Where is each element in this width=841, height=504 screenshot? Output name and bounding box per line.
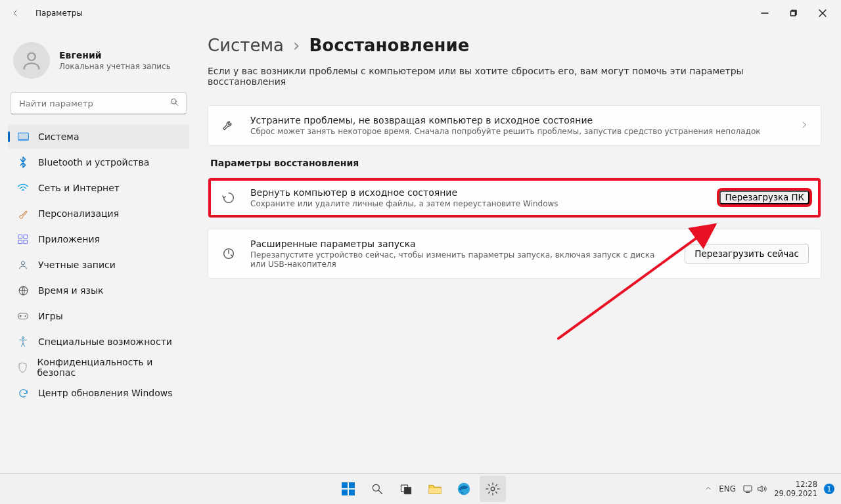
svg-point-21 bbox=[373, 484, 379, 491]
svg-rect-28 bbox=[744, 486, 752, 491]
svg-point-27 bbox=[491, 487, 495, 491]
search-input[interactable] bbox=[18, 98, 170, 109]
profile-name: Евгений bbox=[59, 50, 171, 60]
profile-subtitle: Локальная учетная запись bbox=[59, 62, 171, 71]
sidebar-item-label: Персонализация bbox=[38, 208, 119, 219]
maximize-button[interactable] bbox=[779, 2, 808, 24]
gamepad-icon bbox=[17, 310, 29, 322]
card-advanced-startup: Расширенные параметры запуска Перезапуст… bbox=[208, 229, 821, 279]
sidebar-item-label: Приложения bbox=[38, 234, 100, 244]
card-reset-title: Вернуть компьютер в исходное состояние bbox=[250, 187, 709, 198]
sidebar-item-accounts[interactable]: Учетные записи bbox=[8, 252, 189, 277]
sidebar-item-label: Время и язык bbox=[38, 285, 103, 296]
window-title: Параметры bbox=[35, 9, 83, 18]
search-box[interactable] bbox=[11, 92, 187, 114]
sidebar-item-label: Система bbox=[38, 131, 79, 142]
sidebar-item-accessibility[interactable]: Специальные возможности bbox=[8, 329, 189, 354]
system-icon bbox=[17, 131, 29, 143]
search-icon bbox=[170, 97, 179, 110]
reset-pc-button[interactable]: Перезагрузка ПК bbox=[719, 191, 809, 204]
restart-now-button[interactable]: Перезагрузить сейчас bbox=[685, 244, 809, 263]
taskbar-search-icon[interactable] bbox=[364, 476, 390, 502]
breadcrumb-parent[interactable]: Система bbox=[208, 35, 284, 55]
sidebar-item-windows-update[interactable]: Центр обновления Windows bbox=[8, 380, 189, 405]
tray-notification-badge[interactable]: 1 bbox=[824, 484, 834, 494]
svg-line-22 bbox=[379, 491, 382, 494]
sidebar-item-label: Конфиденциальность и безопас bbox=[37, 357, 180, 378]
file-explorer-icon[interactable] bbox=[422, 476, 448, 502]
nav-list: Система Bluetooth и устройства Сеть и Ин… bbox=[5, 124, 192, 406]
svg-rect-11 bbox=[24, 235, 27, 238]
settings-app-icon[interactable] bbox=[480, 476, 506, 502]
task-view-icon[interactable] bbox=[393, 476, 419, 502]
svg-rect-13 bbox=[24, 240, 27, 243]
card-troubleshoot[interactable]: Устраните проблемы, не возвращая компьют… bbox=[208, 105, 821, 146]
svg-rect-24 bbox=[405, 488, 411, 494]
card-troubleshoot-title: Устраните проблемы, не возвращая компьют… bbox=[250, 115, 786, 126]
titlebar: Параметры bbox=[0, 0, 841, 26]
svg-rect-2 bbox=[791, 11, 796, 16]
sidebar-item-label: Сеть и Интернет bbox=[38, 183, 120, 193]
svg-line-7 bbox=[175, 103, 177, 105]
start-button[interactable] bbox=[335, 476, 361, 502]
bluetooth-icon bbox=[17, 156, 29, 168]
edge-icon[interactable] bbox=[451, 476, 477, 502]
power-advanced-icon bbox=[220, 246, 237, 261]
sidebar-item-gaming[interactable]: Игры bbox=[8, 304, 189, 329]
brush-icon bbox=[17, 208, 29, 219]
breadcrumb-separator: › bbox=[293, 35, 300, 55]
sidebar-item-label: Bluetooth и устройства bbox=[38, 157, 149, 168]
apps-icon bbox=[17, 233, 29, 245]
taskbar: ENG 12:28 29.09.2021 1 bbox=[0, 473, 841, 504]
tray-date: 29.09.2021 bbox=[774, 489, 817, 498]
profile-block[interactable]: Евгений Локальная учетная запись bbox=[5, 37, 192, 91]
tray-chevron-icon[interactable] bbox=[704, 484, 712, 494]
sidebar-item-time-language[interactable]: Время и язык bbox=[8, 278, 189, 303]
shield-icon bbox=[17, 361, 28, 373]
chevron-right-icon bbox=[800, 120, 809, 132]
sidebar-item-label: Игры bbox=[38, 311, 63, 321]
back-button[interactable] bbox=[4, 2, 26, 24]
avatar bbox=[13, 42, 50, 79]
sidebar-item-label: Центр обновления Windows bbox=[38, 388, 172, 398]
wrench-icon bbox=[220, 118, 237, 133]
close-button[interactable] bbox=[808, 2, 837, 24]
content-area: Система › Восстановление Если у вас возн… bbox=[197, 26, 841, 473]
sidebar-item-label: Специальные возможности bbox=[38, 336, 172, 347]
accessibility-icon bbox=[17, 336, 29, 348]
tray-time: 12:28 bbox=[774, 480, 817, 489]
card-advanced-sub: Перезапустите устройство сейчас, чтобы и… bbox=[250, 250, 671, 269]
sidebar-item-system[interactable]: Система bbox=[8, 124, 189, 149]
svg-point-6 bbox=[171, 99, 177, 104]
svg-point-17 bbox=[25, 315, 26, 317]
tray-clock[interactable]: 12:28 29.09.2021 bbox=[774, 480, 817, 499]
tray-network-icon bbox=[742, 484, 753, 493]
globe-icon bbox=[17, 285, 29, 296]
breadcrumb-current: Восстановление bbox=[309, 35, 469, 55]
tray-network-sound[interactable] bbox=[742, 484, 767, 493]
tray-language[interactable]: ENG bbox=[719, 484, 736, 493]
card-reset-sub: Сохраните или удалите личные файлы, а за… bbox=[250, 199, 709, 208]
breadcrumb: Система › Восстановление bbox=[208, 35, 821, 55]
sidebar-item-network[interactable]: Сеть и Интернет bbox=[8, 175, 189, 200]
svg-point-18 bbox=[22, 337, 24, 339]
wifi-icon bbox=[17, 182, 29, 194]
card-advanced-title: Расширенные параметры запуска bbox=[250, 239, 671, 249]
reset-icon bbox=[220, 191, 237, 205]
svg-rect-8 bbox=[18, 133, 28, 139]
svg-rect-12 bbox=[18, 240, 22, 243]
svg-point-14 bbox=[21, 262, 24, 265]
sidebar-item-label: Учетные записи bbox=[38, 260, 116, 270]
card-troubleshoot-sub: Сброс может занять некоторое время. Снач… bbox=[250, 127, 786, 136]
sidebar-item-apps[interactable]: Приложения bbox=[8, 227, 189, 252]
section-recovery-title: Параметры восстановления bbox=[210, 158, 821, 168]
svg-rect-10 bbox=[18, 235, 22, 238]
sidebar: Евгений Локальная учетная запись Система… bbox=[0, 26, 197, 473]
person-icon bbox=[17, 259, 29, 271]
svg-point-5 bbox=[28, 53, 35, 60]
sidebar-item-bluetooth[interactable]: Bluetooth и устройства bbox=[8, 150, 189, 175]
sidebar-item-privacy[interactable]: Конфиденциальность и безопас bbox=[8, 355, 189, 380]
minimize-button[interactable] bbox=[750, 2, 779, 24]
tray-volume-icon bbox=[757, 484, 767, 493]
sidebar-item-personalization[interactable]: Персонализация bbox=[8, 201, 189, 226]
